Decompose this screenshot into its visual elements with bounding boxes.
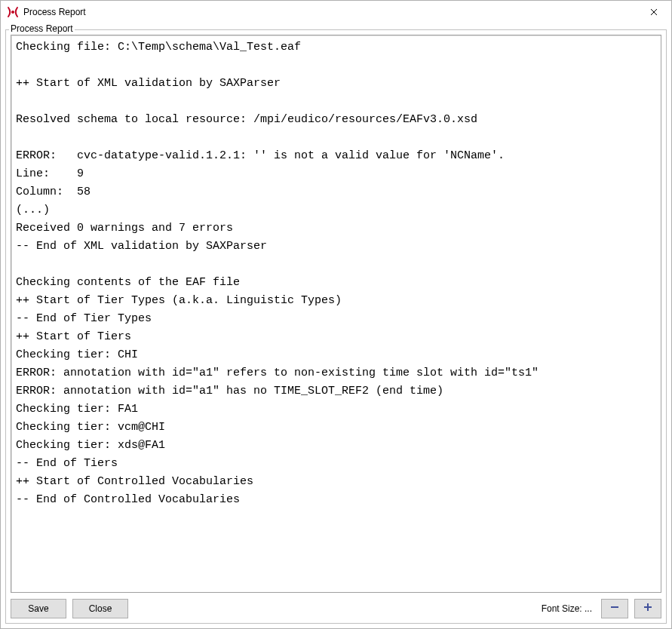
close-button[interactable]: Close [72, 599, 128, 618]
groupbox-label: Process Report [9, 23, 75, 34]
close-icon [650, 6, 658, 18]
font-decrease-button[interactable] [601, 599, 628, 618]
window-close-button[interactable] [637, 1, 671, 23]
font-size-label: Font Size: ... [542, 603, 592, 614]
save-button[interactable]: Save [11, 599, 66, 618]
svg-rect-1 [611, 606, 618, 608]
svg-rect-3 [647, 603, 649, 611]
titlebar: Process Report [1, 1, 671, 23]
svg-point-0 [11, 11, 14, 14]
minus-icon [609, 602, 620, 615]
bottom-bar: Save Close Font Size: ... [11, 593, 661, 618]
report-text-pane[interactable]: Checking file: C:\Temp\schema\Val_Test.e… [11, 35, 661, 593]
app-icon [7, 6, 19, 18]
window-title: Process Report [23, 7, 637, 17]
font-increase-button[interactable] [634, 599, 661, 618]
client-area: Process Report Checking file: C:\Temp\sc… [1, 23, 671, 628]
plus-icon [643, 602, 653, 615]
report-groupbox: Process Report Checking file: C:\Temp\sc… [5, 29, 667, 624]
process-report-window: Process Report Process Report Checking f… [0, 0, 672, 629]
